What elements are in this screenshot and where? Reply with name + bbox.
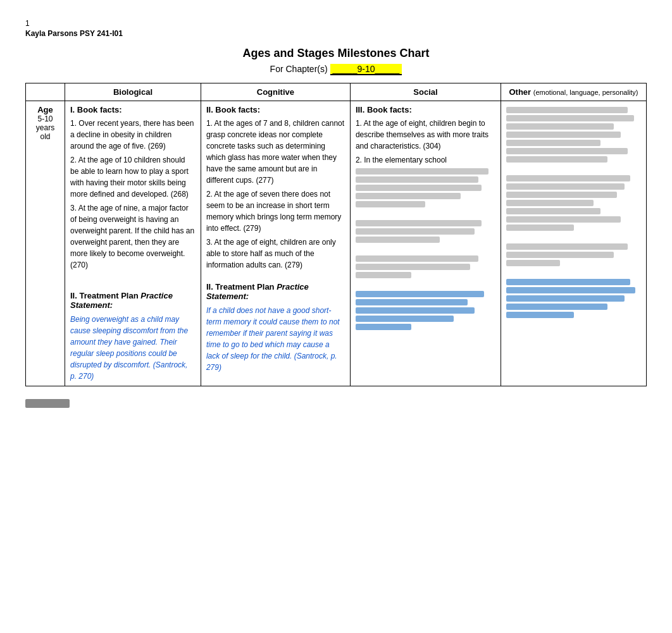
social-book-facts-heading: III. Book facts:	[356, 105, 495, 114]
age-label: Age	[31, 105, 59, 114]
social-fact-2: 2. In the elementary school	[356, 154, 495, 166]
cognitive-cell: II. Book facts: 1. At the ages of 7 and …	[201, 101, 350, 386]
col-other-sub: (emotional, language, personality)	[533, 89, 638, 96]
other-cell	[501, 101, 647, 386]
chapter-line: For Chapter(s) _____9-10_____	[25, 64, 647, 74]
bio-treatment-text: Being overweight as a child may cause sl…	[70, 314, 196, 382]
cog-treatment-heading: II. Treatment Plan Practice Statement:	[206, 282, 345, 301]
milestones-table: Biological Cognitive Social Other (emoti…	[25, 83, 647, 386]
page-bottom	[25, 399, 647, 408]
social-cell: III. Book facts: 1. At the age of eight,…	[350, 101, 501, 386]
cog-fact-1: 1. At the ages of 7 and 8, children cann…	[206, 118, 345, 186]
cog-treatment-italic: Practice Statement:	[206, 282, 309, 301]
cog-fact-2: 2. At the age of seven there does not se…	[206, 188, 345, 234]
social-blurred-2	[356, 220, 495, 243]
col-age	[26, 83, 65, 101]
student-name: Kayla Parsons PSY 241-I01	[25, 29, 647, 38]
bio-fact-3: 3. At the age of nine, a major factor of…	[70, 202, 196, 271]
col-other-label: Other	[509, 87, 531, 97]
social-fact-1: 1. At the age of eight, children begin t…	[356, 118, 495, 152]
page: 1 Kayla Parsons PSY 241-I01 Ages and Sta…	[0, 0, 672, 421]
col-biological: Biological	[65, 83, 201, 101]
chapter-value: _____9-10_____	[330, 64, 402, 75]
age-cell: Age 5-10 years old	[26, 101, 65, 386]
bio-book-facts-heading: I. Book facts:	[70, 105, 196, 114]
chapter-label: For Chapter(s)	[270, 64, 328, 74]
social-blurred-3	[356, 255, 495, 278]
bio-fact-1: 1. Over recent years, there has been a d…	[70, 118, 196, 152]
bio-treatment-heading: II. Treatment Plan Practice Statement:	[70, 291, 196, 310]
col-other: Other (emotional, language, personality)	[501, 83, 647, 101]
bio-treatment-italic: Practice Statement:	[70, 291, 173, 310]
bottom-bar	[25, 399, 70, 408]
other-blurred-area	[506, 107, 641, 318]
cog-fact-3: 3. At the age of eight, children are onl…	[206, 237, 345, 271]
chart-title: Ages and Stages Milestones Chart	[25, 47, 647, 60]
page-number: 1	[25, 19, 647, 28]
cog-book-facts-heading: II. Book facts:	[206, 105, 345, 114]
age-range: 5-10 years old	[31, 114, 59, 141]
col-cognitive: Cognitive	[201, 83, 350, 101]
biological-cell: I. Book facts: 1. Over recent years, the…	[65, 101, 201, 386]
social-blurred-4	[356, 291, 495, 330]
bio-fact-2: 2. At the age of 10 children should be a…	[70, 154, 196, 200]
col-social: Social	[350, 83, 501, 101]
cog-treatment-text: If a child does not have a good short-te…	[206, 305, 345, 373]
social-blurred-1	[356, 168, 495, 207]
